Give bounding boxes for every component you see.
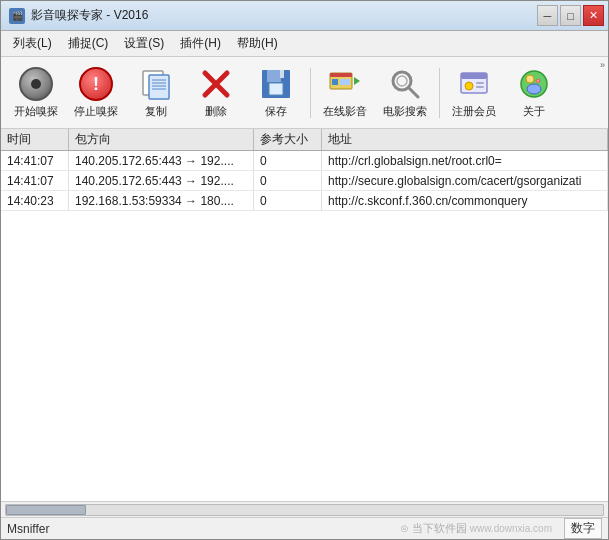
main-window: 🎬 影音嗅探专家 - V2016 ─ □ ✕ 列表(L) 捕捉(C) 设置(S)… bbox=[0, 0, 609, 540]
svg-rect-23 bbox=[476, 82, 484, 84]
save-icon bbox=[258, 67, 294, 103]
svg-point-27 bbox=[527, 84, 541, 94]
col-header-time[interactable]: 时间 bbox=[1, 129, 69, 150]
maximize-button[interactable]: □ bbox=[560, 5, 581, 26]
copy-icon bbox=[138, 67, 174, 103]
status-text: Msniffer bbox=[7, 522, 49, 536]
cell-address-1: http://secure.globalsign.com/cacert/gsor… bbox=[322, 171, 608, 190]
delete-button[interactable]: 删除 bbox=[187, 62, 245, 124]
cell-direction-2: 192.168.1.53:59334 → 180.... bbox=[69, 191, 254, 210]
delete-label: 删除 bbox=[205, 105, 227, 118]
about-button[interactable]: 关于 bbox=[505, 62, 563, 124]
svg-marker-14 bbox=[354, 77, 360, 85]
scrollbar-thumb[interactable] bbox=[6, 505, 86, 515]
svg-rect-10 bbox=[269, 83, 283, 95]
toolbar-sep-2 bbox=[439, 68, 440, 118]
status-bar: Msniffer ⊙ 当下软件园 www.downxia.com 数字 bbox=[1, 517, 608, 539]
svg-rect-15 bbox=[332, 79, 338, 85]
table-header: 时间 包方向 参考大小 地址 bbox=[1, 129, 608, 151]
svg-rect-24 bbox=[476, 86, 484, 88]
cell-address-0: http://crl.globalsign.net/root.crl0= bbox=[322, 151, 608, 170]
scrollbar-track[interactable] bbox=[5, 504, 604, 516]
cell-time-1: 14:41:07 bbox=[1, 171, 69, 190]
movie-search-button[interactable]: 电影搜索 bbox=[376, 62, 434, 124]
svg-point-18 bbox=[397, 76, 407, 86]
title-buttons: ─ □ ✕ bbox=[537, 5, 604, 26]
movie-search-icon bbox=[387, 67, 423, 103]
table-area: 时间 包方向 参考大小 地址 14:41:07 140.205.172.65:4… bbox=[1, 129, 608, 501]
menu-plugins[interactable]: 插件(H) bbox=[172, 32, 229, 55]
col-header-direction[interactable]: 包方向 bbox=[69, 129, 254, 150]
delete-icon bbox=[198, 67, 234, 103]
col-header-size[interactable]: 参考大小 bbox=[254, 129, 322, 150]
online-movie-button[interactable]: 在线影音 bbox=[316, 62, 374, 124]
movie-search-label: 电影搜索 bbox=[383, 105, 427, 118]
start-sniff-label: 开始嗅探 bbox=[14, 105, 58, 118]
toolbar: 开始嗅探 ! 停止嗅探 复制 bbox=[1, 57, 608, 129]
svg-point-28 bbox=[536, 79, 540, 83]
svg-rect-11 bbox=[280, 70, 284, 78]
save-label: 保存 bbox=[265, 105, 287, 118]
minimize-button[interactable]: ─ bbox=[537, 5, 558, 26]
register-icon bbox=[456, 67, 492, 103]
cell-time-0: 14:41:07 bbox=[1, 151, 69, 170]
col-header-address[interactable]: 地址 bbox=[322, 129, 608, 150]
status-mode: 数字 bbox=[564, 518, 602, 539]
svg-rect-21 bbox=[461, 73, 487, 79]
svg-point-26 bbox=[526, 75, 534, 83]
svg-line-19 bbox=[409, 88, 418, 97]
copy-button[interactable]: 复制 bbox=[127, 62, 185, 124]
about-label: 关于 bbox=[523, 105, 545, 118]
stop-sniff-icon: ! bbox=[78, 67, 114, 103]
table-row[interactable]: 14:41:07 140.205.172.65:443 → 192.... 0 … bbox=[1, 151, 608, 171]
menu-settings[interactable]: 设置(S) bbox=[116, 32, 172, 55]
register-label: 注册会员 bbox=[452, 105, 496, 118]
cell-size-1: 0 bbox=[254, 171, 322, 190]
stop-sniff-label: 停止嗅探 bbox=[74, 105, 118, 118]
menu-help[interactable]: 帮助(H) bbox=[229, 32, 286, 55]
table-row[interactable]: 14:41:07 140.205.172.65:443 → 192.... 0 … bbox=[1, 171, 608, 191]
start-sniff-icon bbox=[18, 67, 54, 103]
cell-size-0: 0 bbox=[254, 151, 322, 170]
watermark-text: ⊙ 当下软件园 www.downxia.com bbox=[400, 521, 552, 536]
toolbar-expand-icon[interactable]: » bbox=[600, 60, 605, 70]
online-movie-label: 在线影音 bbox=[323, 105, 367, 118]
svg-rect-9 bbox=[267, 70, 281, 82]
table-body: 14:41:07 140.205.172.65:443 → 192.... 0 … bbox=[1, 151, 608, 501]
menu-list[interactable]: 列表(L) bbox=[5, 32, 60, 55]
toolbar-sep-1 bbox=[310, 68, 311, 118]
save-button[interactable]: 保存 bbox=[247, 62, 305, 124]
svg-rect-1 bbox=[149, 75, 169, 99]
svg-point-22 bbox=[465, 82, 473, 90]
menu-bar: 列表(L) 捕捉(C) 设置(S) 插件(H) 帮助(H) bbox=[1, 31, 608, 57]
table-row[interactable]: 14:40:23 192.168.1.53:59334 → 180.... 0 … bbox=[1, 191, 608, 211]
svg-rect-16 bbox=[340, 79, 350, 85]
cell-direction-1: 140.205.172.65:443 → 192.... bbox=[69, 171, 254, 190]
about-icon bbox=[516, 67, 552, 103]
stop-sniff-button[interactable]: ! 停止嗅探 bbox=[67, 62, 125, 124]
online-movie-icon bbox=[327, 67, 363, 103]
title-bar-left: 🎬 影音嗅探专家 - V2016 bbox=[9, 7, 148, 24]
copy-label: 复制 bbox=[145, 105, 167, 118]
cell-address-2: http://c.skconf.f.360.cn/commonquery bbox=[322, 191, 608, 210]
cell-size-2: 0 bbox=[254, 191, 322, 210]
title-bar: 🎬 影音嗅探专家 - V2016 ─ □ ✕ bbox=[1, 1, 608, 31]
start-sniff-button[interactable]: 开始嗅探 bbox=[7, 62, 65, 124]
status-right: ⊙ 当下软件园 www.downxia.com 数字 bbox=[400, 518, 602, 539]
window-title: 影音嗅探专家 - V2016 bbox=[31, 7, 148, 24]
horizontal-scrollbar[interactable] bbox=[1, 501, 608, 517]
register-button[interactable]: 注册会员 bbox=[445, 62, 503, 124]
menu-capture[interactable]: 捕捉(C) bbox=[60, 32, 117, 55]
cell-direction-0: 140.205.172.65:443 → 192.... bbox=[69, 151, 254, 170]
close-button[interactable]: ✕ bbox=[583, 5, 604, 26]
app-icon: 🎬 bbox=[9, 8, 25, 24]
svg-rect-13 bbox=[330, 73, 352, 77]
cell-time-2: 14:40:23 bbox=[1, 191, 69, 210]
